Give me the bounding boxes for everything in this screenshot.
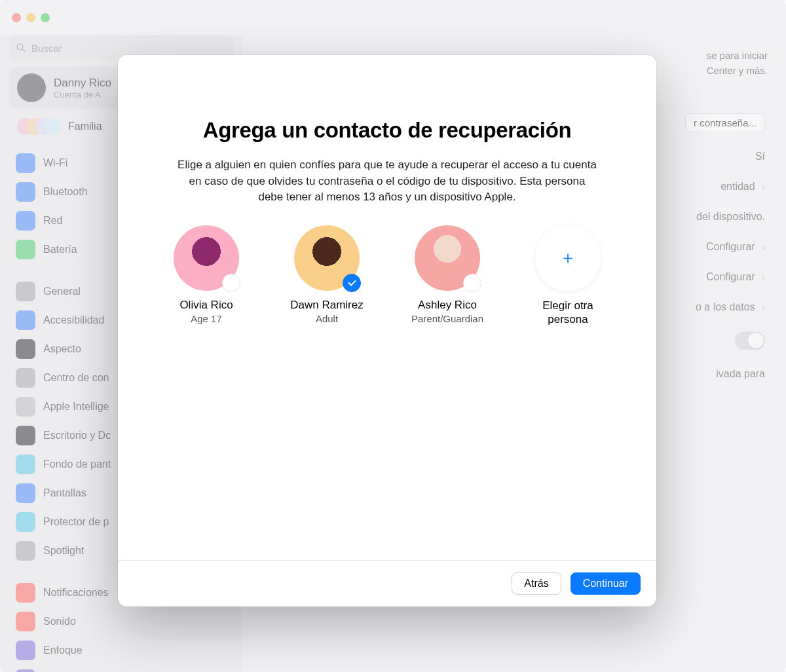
modal-footer: Atrás Continuar (118, 560, 656, 607)
contact-avatar (415, 225, 480, 291)
contact-avatar (294, 225, 360, 291)
contact-role: Parent/Guardian (411, 313, 483, 324)
back-button[interactable]: Atrás (512, 572, 561, 595)
modal-title: Agrega un contacto de recuperación (164, 118, 610, 143)
contact-options: Olivia RicoAge 17Dawn RamirezAdultAshley… (164, 225, 610, 327)
contact-role: Age 17 (191, 313, 222, 324)
recovery-contact-modal: Agrega un contacto de recuperación Elige… (118, 55, 656, 607)
contact-option[interactable]: Olivia RicoAge 17 (164, 225, 249, 327)
contact-name: Olivia Rico (179, 299, 233, 312)
selection-indicator (463, 274, 481, 292)
modal-description: Elige a alguien en quien confíes para qu… (178, 157, 597, 206)
contact-role: Adult (316, 313, 338, 324)
choose-other-contact[interactable]: ＋Elegir otra persona (525, 225, 610, 327)
add-contact-label: Elegir otra persona (525, 299, 610, 327)
contact-avatar (174, 225, 239, 291)
contact-name: Ashley Rico (418, 299, 477, 312)
add-contact-circle: ＋ (535, 225, 601, 291)
continue-button[interactable]: Continuar (571, 572, 641, 595)
contact-option[interactable]: Ashley RicoParent/Guardian (405, 225, 490, 327)
contact-name: Dawn Ramirez (290, 299, 363, 312)
contact-option[interactable]: Dawn RamirezAdult (284, 225, 369, 327)
checkmark-icon (343, 274, 361, 292)
plus-icon: ＋ (559, 246, 576, 269)
selection-indicator (222, 274, 240, 292)
